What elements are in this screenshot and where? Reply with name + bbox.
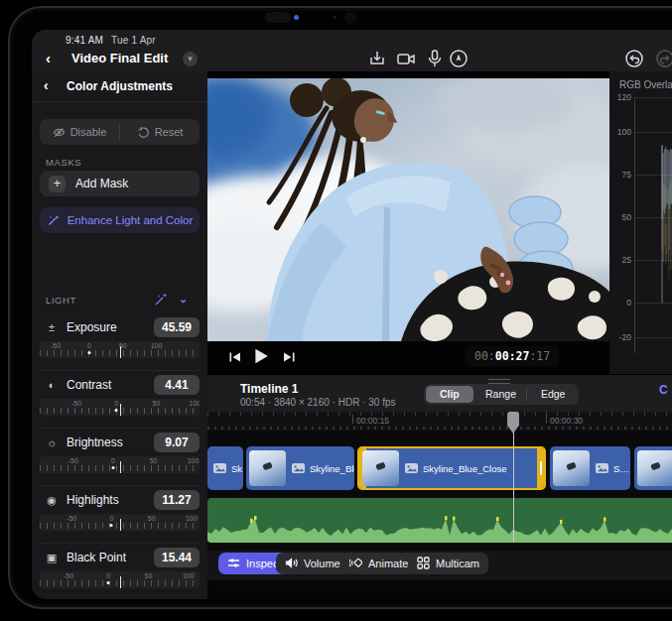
slider-tick-label: -50 [71,400,81,407]
video-viewer[interactable]: 00:00:27:17 [207,71,609,374]
slider-value-pointer [120,404,122,416]
video-preview-art [207,78,609,341]
scope-tick-label: 25 [622,255,631,265]
toolbar-button-label: Animate [368,558,408,569]
toolbar-button-label: Multicam [436,558,479,569]
reset-button[interactable]: Reset [120,119,200,145]
camera-pill [265,12,291,23]
trim-handle-right[interactable] [537,448,544,488]
timecode-segment: 00: [474,349,495,363]
skip-back-icon[interactable] [227,349,243,365]
mode-range[interactable]: Range [477,386,525,403]
scope-tick-label: 0 [626,298,631,308]
collapse-chevron-icon[interactable]: ⌄ [179,293,188,306]
slider-ruler[interactable]: -50050100 [40,571,200,588]
slider-ruler[interactable]: -50050100 [40,456,200,473]
slider-value[interactable]: 45.59 [154,317,200,337]
scope-title: RGB Overlay [619,79,672,90]
chevron-down-icon[interactable]: ▾ [183,52,198,66]
slider-value-pointer [120,461,122,473]
pencil-circle-icon[interactable] [448,48,470,69]
animate-button[interactable]: Animate [340,553,417,574]
mode-clip[interactable]: Clip [426,386,473,403]
toolbar-button-label: Volume [304,558,340,569]
add-mask-button[interactable]: + Add Mask [40,171,200,196]
disable-button[interactable]: Disable [40,119,119,145]
audio-track[interactable] [207,498,672,543]
color-adjustments-panel: ‹ Color Adjustments Disable Reset [32,71,207,599]
timecode-segment: 00:27 [495,349,530,363]
volume-button[interactable]: Volume [276,553,349,574]
add-mask-label: Add Mask [75,177,128,190]
slider-tick-label: -50 [67,515,76,522]
enhance-light-color-button[interactable]: Enhance Light and Color [40,207,200,233]
camera-sensor-dot [334,16,336,19]
slider-ruler[interactable]: -50050100 [40,399,200,416]
slider-value[interactable]: 4.41 [154,375,200,395]
import-icon[interactable] [366,48,388,69]
slider-label-row: ▣Black Point15.44 [40,546,200,569]
undo-icon[interactable] [623,48,645,69]
clip-skyline_blue_wide[interactable]: Skyline_Blue_Wide [246,446,354,490]
slider-label: Brightness [67,435,154,449]
truncated-right-button[interactable]: C [659,383,668,397]
auto-enhance-icon[interactable] [153,292,169,308]
slider-highlights: ◉Highlights11.27-50050100 [32,486,207,544]
slider-tick-label: 100 [188,457,200,464]
multicam-icon [417,557,430,571]
clip-sk……[interactable]: Sk…… [207,446,243,490]
timecode-display[interactable]: 00:00:27:17 [466,346,559,366]
enhance-label: Enhance Light and Color [67,214,194,226]
slider-label-row: ◐Contrast4.41 [40,373,200,397]
mode-edge[interactable]: Edge [529,386,577,403]
ruler-timecode-label: 00:00:30 [550,416,583,426]
app-screen: 9:41 AMTue 1 Apr ‹ Video Final Edit ▾ [32,30,672,599]
camera-icon[interactable] [395,48,417,69]
top-bar: 9:41 AMTue 1 Apr ‹ Video Final Edit ▾ [32,30,672,71]
clip-s……[interactable]: S…… [550,446,630,490]
bottom-toolbar: InspectVolumeAnimateMulticam [207,551,672,580]
slider-tick-label: 50 [153,400,161,407]
scope-tick-label: 120 [617,92,631,102]
magic-wand-icon [47,213,61,227]
clip-name: S…… [613,463,630,474]
timeline-meta: 00:54 · 3840 × 2160 · HDR · 30 fps [240,397,395,408]
slider-brightness: ☼Brightness9.07-50050100 [32,429,207,486]
back-icon[interactable]: ‹ [46,51,62,66]
clip-name: Sk…… [231,463,243,474]
inspect-icon [227,557,240,571]
volume-icon [285,557,298,571]
masks-section-label: MASKS [46,157,81,168]
timeline-ruler[interactable]: 00:00:1500:00:30 [207,412,672,431]
redo-icon[interactable] [654,48,672,69]
playhead-line[interactable] [513,431,515,543]
skip-forward-icon[interactable] [281,349,297,365]
slider-value[interactable]: 9.07 [154,433,200,452]
edit-mode-switcher: ClipRangeEdge [424,384,579,405]
clip-thumbnail [553,450,590,486]
multicam-button[interactable]: Multicam [408,553,488,574]
ruler-separator [352,415,353,424]
reset-icon [137,126,150,139]
plus-icon: + [49,176,66,192]
play-icon[interactable] [251,346,271,366]
clip-name: Skyline_Blue_Wide [310,463,354,474]
slider-ruler[interactable]: -50050100 [40,341,200,358]
audio-waveform [207,498,672,543]
slider-value[interactable]: 11.27 [154,490,200,510]
clip-thumbnail [362,450,399,486]
slider-ruler[interactable]: -50050100 [40,514,200,531]
clip-thumbnail [249,450,286,486]
exposure-icon: ± [44,321,60,333]
slider-value[interactable]: 15.44 [154,548,200,567]
clip-skyline_blue_close[interactable]: Skyline_Blue_Close [357,446,546,490]
slider-tick-label: 0 [111,457,115,464]
animate-icon [349,557,362,571]
mode-divider [526,389,527,401]
slider-label: Exposure [67,320,154,334]
microphone-icon[interactable] [424,48,446,69]
scope-waveform [634,91,672,364]
clip-partial[interactable] [634,446,672,490]
project-title[interactable]: Video Final Edit [71,51,168,65]
slider-tick-label: 50 [145,572,153,579]
